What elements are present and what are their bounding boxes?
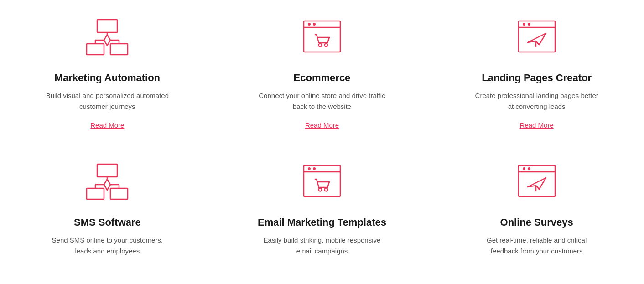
automation-icon <box>80 14 135 64</box>
card-landing-pages: Landing Pages Creator Create professiona… <box>429 0 644 145</box>
card-title-marketing-automation: Marketing Automation <box>55 72 160 84</box>
card-title-sms-software: SMS Software <box>74 217 141 228</box>
svg-point-16 <box>523 23 525 26</box>
svg-rect-0 <box>97 20 117 32</box>
card-desc-online-surveys: Get real-time, reliable and critical fee… <box>473 235 601 257</box>
cart-icon <box>295 14 349 64</box>
card-online-surveys: Online Surveys Get real-time, reliable a… <box>429 145 644 279</box>
card-ecommerce: Ecommerce Connect your online store and … <box>215 0 430 145</box>
svg-marker-7 <box>104 35 110 46</box>
svg-rect-21 <box>97 164 117 177</box>
card-desc-email-templates: Easily build striking, mobile responsive… <box>258 235 386 257</box>
svg-marker-28 <box>104 179 110 190</box>
svg-point-11 <box>313 23 316 26</box>
svg-point-34 <box>324 188 327 191</box>
card-marketing-automation: Marketing Automation Build visual and pe… <box>0 0 215 145</box>
svg-rect-1 <box>87 44 104 55</box>
read-more-link-marketing-automation[interactable]: Read More <box>90 121 124 131</box>
card-desc-landing-pages: Create professional landing pages better… <box>473 90 601 112</box>
svg-point-31 <box>308 167 311 170</box>
card-desc-ecommerce: Connect your online store and drive traf… <box>258 90 386 112</box>
svg-marker-39 <box>528 178 546 189</box>
card-sms-software: SMS Software Send SMS online to your cus… <box>0 145 215 279</box>
svg-marker-18 <box>528 33 546 45</box>
svg-point-12 <box>318 43 322 46</box>
card-title-online-surveys: Online Surveys <box>500 217 573 228</box>
read-more-link-ecommerce[interactable]: Read More <box>305 121 339 131</box>
cart-icon <box>295 158 349 208</box>
read-more-link-landing-pages[interactable]: Read More <box>520 121 554 131</box>
paper-plane-icon <box>509 158 564 208</box>
card-desc-marketing-automation: Build visual and personalized automated … <box>43 90 171 112</box>
svg-point-38 <box>528 167 530 170</box>
svg-rect-29 <box>304 165 340 196</box>
svg-point-33 <box>318 188 322 191</box>
card-desc-sms-software: Send SMS online to your customers, leads… <box>43 235 171 257</box>
card-title-ecommerce: Ecommerce <box>294 72 351 84</box>
svg-point-17 <box>528 23 530 26</box>
svg-point-10 <box>308 23 311 26</box>
feature-grid: Marketing Automation Build visual and pe… <box>0 0 644 279</box>
svg-rect-14 <box>519 21 555 52</box>
automation-icon <box>80 158 135 208</box>
svg-rect-23 <box>110 188 128 199</box>
svg-point-37 <box>523 167 525 170</box>
paper-plane-icon <box>509 14 564 64</box>
svg-rect-22 <box>87 188 104 199</box>
svg-rect-8 <box>304 21 340 52</box>
card-title-email-templates: Email Marketing Templates <box>258 217 386 228</box>
svg-rect-35 <box>519 165 555 196</box>
svg-rect-2 <box>110 44 128 55</box>
svg-point-32 <box>313 167 316 170</box>
svg-point-13 <box>324 43 327 46</box>
card-title-landing-pages: Landing Pages Creator <box>482 72 592 84</box>
card-email-templates: Email Marketing Templates Easily build s… <box>215 145 430 279</box>
